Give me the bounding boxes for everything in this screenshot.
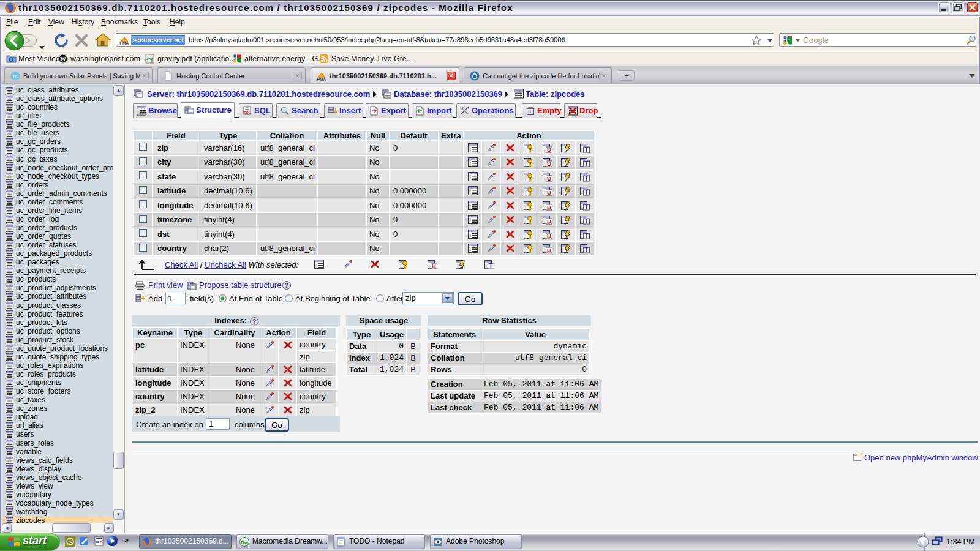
svg-text:PMA: PMA: [317, 77, 326, 81]
svg-text:PMA: PMA: [120, 41, 129, 45]
svg-text:TG: TG: [12, 74, 18, 80]
svg-text:Dw: Dw: [241, 540, 249, 545]
svg-text:SQL: SQL: [244, 111, 251, 114]
svg-text:W: W: [60, 56, 66, 62]
